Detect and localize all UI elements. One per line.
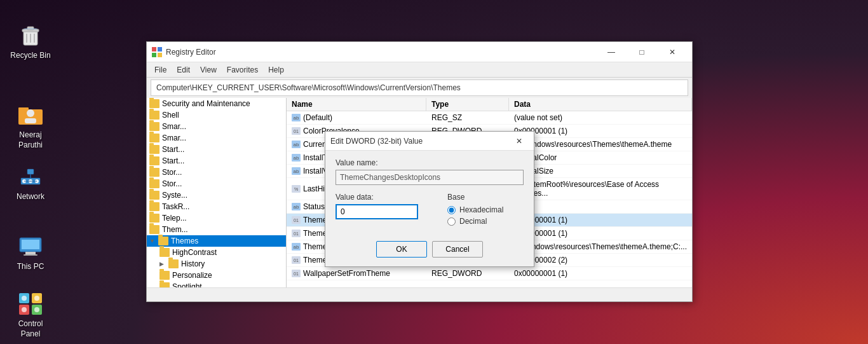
folder-icon (149, 134, 159, 142)
folder-icon (149, 225, 159, 234)
recycle-bin-image (18, 23, 43, 48)
value-data-input[interactable] (336, 204, 418, 219)
svg-rect-32 (158, 53, 162, 57)
dialog-title: Edit DWORD (32-bit) Value (330, 137, 510, 146)
network-icon[interactable]: Network (5, 160, 56, 206)
maximize-button[interactable]: □ (627, 43, 656, 62)
col-data-header[interactable]: Data (509, 98, 692, 111)
tree-item-smar1[interactable]: Smar... (147, 121, 286, 132)
window-controls: — □ ✕ (597, 43, 687, 62)
reg-value-icon: ab (292, 114, 301, 121)
tree-item-system[interactable]: Syste... (147, 189, 286, 201)
recycle-bin-label: Recycle Bin (10, 51, 50, 61)
expand-arrow: ▼ (149, 238, 157, 244)
radio-hexadecimal[interactable]: Hexadecimal (447, 205, 524, 214)
col-type-header[interactable]: Type (426, 98, 509, 111)
value-data-wrap: Value data: (336, 193, 437, 228)
base-label: Base (447, 193, 524, 202)
control-panel-icon[interactable]: Control Panel (5, 287, 56, 343)
neeraj-paruthi-label: Neeraj Paruthi (18, 130, 43, 150)
tree-item-themes[interactable]: ▼ Themes (147, 235, 286, 247)
menu-favorites[interactable]: Favorites (222, 64, 263, 76)
folder-icon (149, 202, 159, 211)
tree-item-stor2[interactable]: Stor... (147, 178, 286, 189)
ok-button[interactable]: OK (376, 241, 427, 258)
value-row-default[interactable]: ab (Default) REG_SZ (value not set) (287, 111, 692, 125)
address-text: Computer\HKEY_CURRENT_USER\Software\Micr… (156, 83, 461, 92)
this-pc-label: This PC (17, 262, 44, 272)
tree-item-taskr[interactable]: TaskR... (147, 201, 286, 212)
svg-point-8 (27, 109, 34, 117)
expand-arrow: ▶ (159, 261, 167, 267)
svg-point-25 (22, 296, 27, 301)
value-name-input (336, 170, 524, 185)
folder-icon (158, 237, 168, 245)
folder-icon (159, 282, 170, 287)
reg-value-icon: 01 (292, 216, 301, 224)
folder-icon (159, 271, 170, 280)
registry-editor-icon (152, 47, 162, 57)
tree-pane: Security and Maintenance Shell Smar... S… (147, 98, 287, 287)
user-folder-image (18, 102, 43, 128)
tree-item-telep[interactable]: Telep... (147, 212, 286, 224)
minimize-button[interactable]: — (597, 43, 626, 62)
neeraj-paruthi-icon[interactable]: Neeraj Paruthi (5, 99, 56, 154)
network-label: Network (17, 192, 44, 202)
cancel-button[interactable]: Cancel (432, 241, 483, 258)
tree-item-smar2[interactable]: Smar... (147, 132, 286, 144)
menu-file[interactable]: File (149, 64, 172, 76)
window-titlebar: Registry Editor — □ ✕ (147, 42, 692, 62)
tree-item-stor1[interactable]: Stor... (147, 167, 286, 178)
svg-rect-20 (24, 254, 37, 256)
svg-rect-30 (158, 47, 162, 52)
tree-item-highcontrast[interactable]: HighContrast (147, 247, 286, 258)
value-data-label: Value data: (336, 193, 437, 202)
col-name-header[interactable]: Name (287, 98, 426, 111)
reg-value-icon: ab (292, 167, 301, 175)
svg-rect-11 (27, 169, 34, 174)
values-header: Name Type Data (287, 98, 692, 111)
network-image (18, 164, 43, 189)
reg-value-icon: ab (292, 141, 301, 148)
tree-item-them[interactable]: Them... (147, 224, 286, 235)
edit-dword-dialog: Edit DWORD (32-bit) Value ✕ Value name: … (325, 131, 534, 267)
value-row-wallpapersetfromtheme[interactable]: 01 WallpaperSetFromTheme REG_DWORD 0x000… (287, 267, 692, 280)
tree-item-history[interactable]: ▶ History (147, 258, 286, 270)
tree-item-start2[interactable]: Start... (147, 155, 286, 167)
svg-rect-7 (18, 107, 29, 111)
this-pc-icon[interactable]: This PC (5, 230, 56, 276)
reg-value-icon: ab (292, 203, 301, 210)
svg-rect-19 (25, 252, 36, 254)
folder-icon (149, 168, 159, 177)
reg-value-icon: 01 (292, 127, 301, 135)
desktop: Recycle Bin Neeraj Paruthi Netw (0, 0, 868, 344)
address-bar[interactable]: Computer\HKEY_CURRENT_USER\Software\Micr… (151, 79, 688, 96)
folder-icon (159, 248, 170, 257)
tree-item-shell[interactable]: Shell (147, 109, 286, 121)
value-name-label: Value name: (336, 158, 524, 167)
svg-point-27 (22, 307, 27, 312)
dialog-titlebar: Edit DWORD (32-bit) Value ✕ (325, 132, 534, 151)
recycle-bin-icon[interactable]: Recycle Bin (5, 19, 56, 65)
menu-edit[interactable]: Edit (172, 64, 195, 76)
reg-value-icon: 01 (292, 270, 301, 277)
folder-icon (149, 179, 159, 188)
status-bar (147, 287, 692, 301)
dialog-close-button[interactable]: ✕ (510, 132, 529, 150)
svg-rect-29 (152, 47, 156, 52)
menu-view[interactable]: View (195, 64, 222, 76)
dialog-buttons: OK Cancel (325, 236, 534, 266)
dialog-body: Value name: Value data: Base Hexadecimal (325, 151, 534, 236)
registry-editor-window: Registry Editor — □ ✕ File Edit View Fav… (146, 41, 693, 302)
tree-item-start1[interactable]: Start... (147, 144, 286, 155)
tree-item-security[interactable]: Security and Maintenance (147, 98, 286, 109)
close-button[interactable]: ✕ (658, 43, 687, 62)
svg-rect-2 (27, 27, 34, 30)
folder-icon (149, 156, 159, 165)
tree-item-spotlight[interactable]: Spotlight (147, 281, 286, 287)
base-section: Base Hexadecimal Decimal (447, 193, 524, 228)
tree-item-personalize[interactable]: Personalize (147, 270, 286, 281)
radio-decimal[interactable]: Decimal (447, 217, 524, 226)
reg-value-icon: ab (292, 154, 301, 162)
menu-help[interactable]: Help (263, 64, 289, 76)
